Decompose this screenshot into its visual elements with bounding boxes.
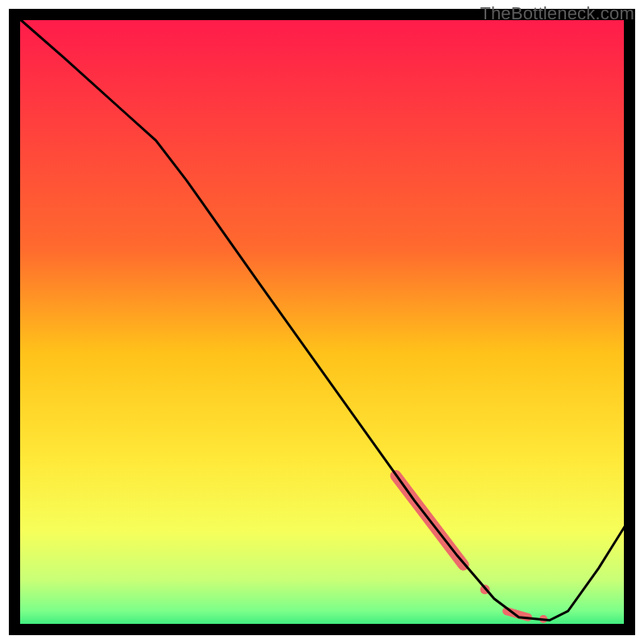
watermark-text: TheBottleneck.com — [480, 3, 634, 24]
gradient-background — [14, 14, 630, 630]
plot-area — [9, 14, 635, 630]
chart-container: TheBottleneck.com — [0, 0, 644, 644]
chart-svg — [0, 0, 644, 644]
